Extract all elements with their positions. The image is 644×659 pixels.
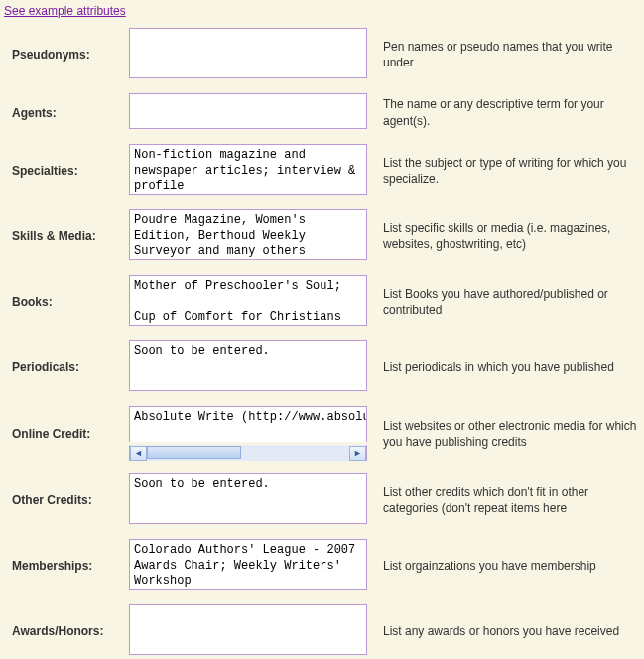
field-textarea[interactable] bbox=[129, 275, 367, 326]
field-hint: List websites or other electronic media … bbox=[375, 418, 640, 450]
form-row: Specialties:List the subject or type of … bbox=[4, 138, 640, 203]
scroll-left-icon[interactable]: ◄ bbox=[130, 446, 147, 461]
field-label: Books: bbox=[12, 295, 129, 309]
form-row: Periodicals:List periodicals in which yo… bbox=[4, 334, 640, 400]
form-row: Memberships:List orgainzations you have … bbox=[4, 533, 640, 598]
horizontal-scrollbar[interactable]: ◄► bbox=[129, 445, 367, 461]
field-label: Memberships: bbox=[12, 559, 129, 573]
field-input-wrap: ◄► bbox=[129, 406, 375, 461]
field-label: Other Credits: bbox=[12, 493, 129, 507]
field-label: Periodicals: bbox=[12, 360, 129, 374]
form-row: Skills & Media:List specific skills or m… bbox=[4, 203, 640, 269]
field-input-wrap bbox=[129, 473, 375, 527]
field-hint: List Books you have authored/published o… bbox=[375, 286, 640, 318]
scroll-thumb[interactable] bbox=[147, 446, 241, 459]
field-label: Specialties: bbox=[12, 164, 129, 178]
form-row: Online Credit:◄►List websites or other e… bbox=[4, 400, 640, 467]
field-hint: List other credits which don't fit in ot… bbox=[375, 484, 640, 516]
field-hint: List periodicals in which you have publi… bbox=[375, 359, 640, 375]
field-textarea[interactable] bbox=[129, 28, 367, 78]
field-textarea[interactable] bbox=[129, 144, 367, 195]
field-textarea[interactable] bbox=[129, 340, 367, 391]
field-input-wrap bbox=[129, 604, 375, 658]
field-textarea[interactable] bbox=[129, 209, 367, 260]
field-input-wrap bbox=[129, 539, 375, 593]
field-hint: List the subject or type of writing for … bbox=[375, 155, 640, 187]
form-row: Pseudonyms:Pen names or pseudo names tha… bbox=[4, 22, 640, 87]
field-input-wrap bbox=[129, 209, 375, 263]
field-label: Online Credit: bbox=[12, 427, 129, 441]
scroll-right-icon[interactable]: ► bbox=[349, 446, 366, 461]
field-hint: List orgainzations you have membership bbox=[375, 558, 640, 574]
field-input-wrap bbox=[129, 340, 375, 394]
field-label: Awards/Honors: bbox=[12, 624, 129, 638]
field-textarea[interactable] bbox=[129, 539, 367, 590]
field-input-wrap bbox=[129, 275, 375, 329]
field-textarea[interactable] bbox=[129, 406, 367, 442]
field-hint: The name or any descriptive term for you… bbox=[375, 96, 640, 128]
form-row: Other Credits:List other credits which d… bbox=[4, 467, 640, 533]
form-row: Awards/Honors:List any awards or honors … bbox=[4, 598, 640, 659]
field-input-wrap bbox=[129, 93, 375, 132]
field-hint: List any awards or honors you have recei… bbox=[375, 623, 640, 639]
field-input-wrap bbox=[129, 28, 375, 81]
field-hint: List specific skills or media (i.e. maga… bbox=[375, 220, 640, 252]
scroll-track[interactable] bbox=[147, 446, 349, 461]
form-row: Agents:The name or any descriptive term … bbox=[4, 87, 640, 138]
attributes-form: Pseudonyms:Pen names or pseudo names tha… bbox=[4, 22, 640, 659]
field-input-wrap bbox=[129, 144, 375, 198]
field-label: Pseudonyms: bbox=[12, 48, 129, 62]
field-textarea[interactable] bbox=[129, 604, 367, 655]
field-textarea[interactable] bbox=[129, 93, 367, 129]
field-hint: Pen names or pseudo names that you write… bbox=[375, 39, 640, 70]
field-label: Agents: bbox=[12, 106, 129, 120]
field-textarea[interactable] bbox=[129, 473, 367, 524]
field-label: Skills & Media: bbox=[12, 229, 129, 243]
see-example-attributes-link[interactable]: See example attributes bbox=[4, 4, 126, 18]
form-row: Books:List Books you have authored/publi… bbox=[4, 269, 640, 334]
